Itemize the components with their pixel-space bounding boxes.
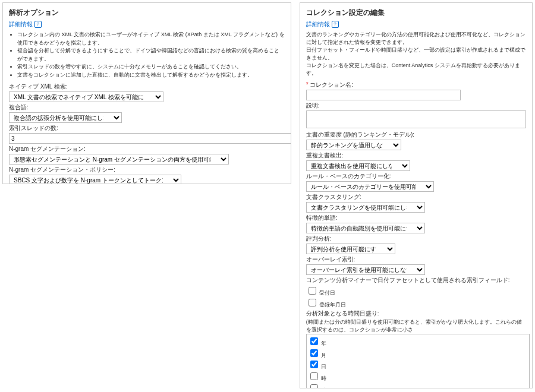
dup-label: 重複文書検出: [306,151,526,160]
help-icon[interactable]: ? [332,21,339,28]
coll-desc3: コレクション名を変更した場合は、Content Analytics システムを再… [306,62,526,77]
importance-label: 文書の重要度 (静的ランキング・モデル): [306,131,526,139]
threads-input[interactable] [9,133,291,144]
description-label: 説明: [306,102,526,110]
checkbox-item[interactable]: 月 [308,347,528,359]
parse-opts-desc-item: 複合語を分析して分解できるようにすることで、ドイツ語や韓国語などの言語における検… [17,47,285,63]
colname-label: * コレクション名: [306,81,526,89]
parse-options-title: 解析オプション [9,8,285,18]
sentiment-select[interactable]: 評判分析を使用可能にする [306,244,395,254]
cluster-label: 文書クラスタリング: [306,193,526,201]
datefacet-opt[interactable]: 受付日 [306,285,526,297]
parse-options-panel: 解析オプション 詳細情報 ? コレクション内の XML 文書の検索にユーザーがネ… [2,2,291,184]
scale-checkbox-group: 年 月 日 時 分 [306,334,530,388]
importance-select[interactable]: 静的ランキングを適用しない [306,140,401,150]
parse-opts-desc-list: コレクション内の XML 文書の検索にユーザーがネイティブ XML 検索 (XP… [17,31,285,79]
datefacet-label: コンテンツ分析マイナーで日付ファセットとして使用される索引フィールド: [306,276,526,284]
rulecat-label: ルール・ベースのカテゴリー化: [306,172,526,181]
ngram-seg-label: N-gram セグメンテーション: [9,145,285,153]
threads-label: 索引スレッドの数: [9,124,285,132]
ngram-pol-label: N-gram セグメンテーション・ポリシー: [9,166,285,174]
description-textarea[interactable] [306,110,526,128]
compound-label: 複合語: [9,103,285,112]
help-icon[interactable]: ? [34,21,42,28]
parse-opts-desc-item: 文書をコレクションに追加した直後に、自動的に文書を検出して解析するかどうかを指定… [17,71,285,80]
parse-opts-desc-item: 索引スレッドの数を増やす前に、システムに十分なメモリーがあることを確認してくださ… [17,63,285,71]
specword-label: 特徴的単語: [306,214,526,222]
ngram-pol-select[interactable]: SBCS 文字および数字を N-gram トークンとしてトークン化しない [9,175,181,184]
scale-label: 分析対象となる時間目盛り: [306,309,526,318]
sentiment-label: 評判分析: [306,235,526,243]
dup-select[interactable]: 重複文書検出を使用可能にしない [306,160,410,171]
details-link-left[interactable]: 詳細情報 ? [9,20,285,29]
details-link-right[interactable]: 詳細情報 ? [306,20,526,29]
specword-select[interactable]: 特徴的単語の自動識別を使用可能にする [306,223,425,233]
checkbox-item[interactable]: 日 [308,359,528,371]
colname-input[interactable] [306,90,461,100]
native-xml-label: ネイティブ XML 検索: [9,83,285,91]
coll-desc1: 文書のランキングやカテゴリー化の方法の使用可能化および使用不可化など、コレクショ… [306,31,526,46]
overlay-label: オーバーレイ索引: [306,255,526,264]
cluster-select[interactable]: 文書クラスタリングを使用可能にしない [306,202,425,213]
parse-opts-desc-item: コレクション内の XML 文書の検索にユーザーがネイティブ XML 検索 (XP… [17,31,285,47]
collection-settings-title: コレクション設定の編集 [306,8,526,18]
scale-note: (時間または分の時間目盛りを使用可能にすると、索引がかなり肥大化します。これらの… [306,318,526,334]
overlay-select[interactable]: オーバーレイ索引を使用可能にしない [306,264,425,275]
native-xml-select[interactable]: XML 文書の検索でネイティブ XML 検索を可能にしない [9,91,163,102]
ngram-seg-select[interactable]: 形態素セグメンテーションと N-gram セグメンテーションの両方を使用可能にす… [9,154,229,165]
datefacet-opt[interactable]: 登録年月日 [306,297,526,309]
checkbox-item[interactable]: 時 [308,371,528,382]
checkbox-item[interactable]: 年 [308,336,528,347]
compound-select[interactable]: 複合語の拡張分析を使用可能にしない [9,112,122,123]
rulecat-select[interactable]: ルール・ベースのカテゴリーを使用可能にする [306,181,434,192]
checkbox-item[interactable]: 分 [308,382,528,388]
collection-settings-panel: コレクション設定の編集 詳細情報 ? 文書のランキングやカテゴリー化の方法の使用… [300,2,533,388]
coll-desc2: 日付ファセット・フィールドや時間目盛りなど、一部の設定は索引が作成されるまで構成… [306,46,526,62]
